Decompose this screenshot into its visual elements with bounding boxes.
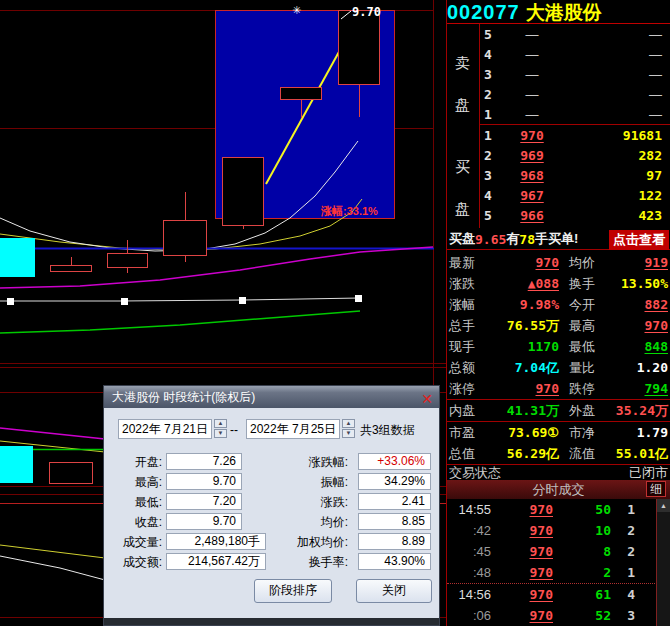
stat-value: 1170 <box>485 339 559 354</box>
tick-row[interactable]: 14:55970501 <box>447 499 657 520</box>
buy-price: 968 <box>500 168 564 183</box>
sell-gutter-label: 卖 <box>455 54 470 73</box>
buy-volume: 97 <box>564 168 670 183</box>
trading-status-label: 交易状态 <box>447 464 501 482</box>
buy-level-row[interactable]: 4967122 <box>480 185 670 205</box>
stat-label: 量比 <box>567 359 605 377</box>
buy-level-row[interactable]: 5966423 <box>480 205 670 225</box>
level-number: 5 <box>480 208 500 223</box>
dialog-title-bar[interactable]: 大港股份 时段统计(除权后) ✕ <box>104 386 439 408</box>
sell-level-row[interactable]: 3—— <box>480 64 670 84</box>
stat-row: 现手1170最低848 <box>447 336 670 357</box>
trading-status-value: 已闭市 <box>501 464 670 482</box>
tick-row[interactable]: :06970523 <box>447 605 657 626</box>
tick-time: :42 <box>447 523 491 538</box>
stat-label: 最新 <box>447 254 485 272</box>
stage-sort-button[interactable]: 阶段排序 <box>254 579 332 603</box>
dialog-field-label: 成交量: <box>106 534 162 551</box>
stock-name: 大港股份 <box>526 2 602 23</box>
stat-value: 848 <box>605 339 670 354</box>
stat-label: 均价 <box>567 254 605 272</box>
dialog-field-label: 涨跌: <box>274 494 348 511</box>
buy-levels: 197091681296928239689749671225966423 <box>480 125 670 225</box>
dialog-field-value: 9.70 <box>166 513 242 530</box>
tick-price: 970 <box>491 565 553 580</box>
group-count-label: 共3组数据 <box>360 422 415 439</box>
tick-row[interactable]: :4897021 <box>447 562 657 583</box>
sell-price: — <box>500 27 564 42</box>
spinner-down-button[interactable]: ▼ <box>342 429 355 438</box>
stat-label: 今开 <box>567 296 605 314</box>
period-statistics-dialog: 大港股份 时段统计(除权后) ✕ 2022年 7月21日 ▲ ▼ -- 2022… <box>103 385 440 626</box>
stat-row: 最新970均价919 <box>447 252 670 273</box>
stat-value: 76.55万 <box>485 317 559 335</box>
tick-row[interactable]: 14:56970614 <box>447 583 657 605</box>
sell-volume: — <box>564 87 670 102</box>
close-icon[interactable]: ✕ <box>421 388 433 410</box>
tick-list-title: 分时成交 <box>447 480 670 499</box>
tick-scrollbar[interactable]: ▲ <box>656 499 670 626</box>
order-book: 卖 盘 买 盘 5——4——3——2——1—— 1970916812969282… <box>447 24 670 228</box>
dialog-field-value: 34.29% <box>358 473 431 490</box>
buy-price: 967 <box>500 188 564 203</box>
close-button[interactable]: 关闭 <box>356 579 432 603</box>
tick-time: :06 <box>447 608 491 623</box>
tick-volume: 10 <box>553 523 611 538</box>
stat-row: 总值56.29亿流值55.01亿 <box>447 443 670 464</box>
spinner-up-button[interactable]: ▲ <box>214 419 227 428</box>
sell-price: — <box>500 107 564 122</box>
tick-row[interactable]: :42970102 <box>447 520 657 541</box>
high-price-label: 9.70 <box>352 5 381 19</box>
stat-value: 7.04亿 <box>485 359 559 377</box>
spinner-up-button[interactable]: ▲ <box>342 419 355 428</box>
buy-level-row[interactable]: 197091681 <box>480 125 670 145</box>
tick-count: 3 <box>611 608 657 623</box>
sell-volume: — <box>564 47 670 62</box>
tick-row[interactable]: :4597082 <box>447 541 657 562</box>
tick-count: 2 <box>611 523 657 538</box>
level-number: 3 <box>480 168 500 183</box>
stat-label: 市净 <box>567 424 605 442</box>
sell-price: — <box>500 67 564 82</box>
tick-time: :48 <box>447 565 491 580</box>
sell-level-row[interactable]: 1—— <box>480 104 670 124</box>
date-from-field[interactable]: 2022年 7月21日 <box>118 419 212 439</box>
date-to-field[interactable]: 2022年 7月25日 <box>246 419 340 439</box>
stat-value: 970 <box>605 318 670 333</box>
tick-volume: 52 <box>553 608 611 623</box>
stat-label: 现手 <box>447 338 485 356</box>
dialog-field-value: 7.26 <box>166 453 242 470</box>
level-number: 2 <box>480 148 500 163</box>
sell-level-row[interactable]: 2—— <box>480 84 670 104</box>
tick-detail-button[interactable]: 细 <box>646 481 666 497</box>
stat-label: 最低 <box>567 338 605 356</box>
buy-price: 966 <box>500 208 564 223</box>
dialog-field-value: 8.85 <box>358 513 431 530</box>
buy-price: 970 <box>500 128 564 143</box>
stat-row: 涨跌▲088换手13.50% <box>447 273 670 294</box>
sell-level-row[interactable]: 4—— <box>480 44 670 64</box>
sell-level-row[interactable]: 5—— <box>480 24 670 44</box>
level-number: 3 <box>480 67 500 82</box>
alert-view-button[interactable]: 点击查看 <box>609 230 669 250</box>
dialog-field-value: 214,567.42万 <box>166 553 266 570</box>
level-number: 1 <box>480 107 500 122</box>
buy-level-row[interactable]: 396897 <box>480 165 670 185</box>
spinner-down-button[interactable]: ▼ <box>214 429 227 438</box>
stat-value: 41.31万 <box>485 402 559 420</box>
buy-level-row[interactable]: 2969282 <box>480 145 670 165</box>
stat-value: 970 <box>485 381 559 396</box>
dialog-field-label: 均价: <box>274 514 348 531</box>
stock-header[interactable]: 002077大港股份 <box>447 0 670 24</box>
indicator-panel-2 <box>0 428 105 484</box>
scroll-up-icon[interactable]: ▲ <box>657 499 670 512</box>
stat-row: 总额7.04亿量比1.20 <box>447 357 670 378</box>
date-range-separator: -- <box>230 423 238 437</box>
dialog-field-value: +33.06% <box>358 453 431 470</box>
dialog-field-value: 9.70 <box>166 473 242 490</box>
stat-value: 56.29亿 <box>485 445 559 463</box>
tick-count: 4 <box>611 587 657 602</box>
dialog-field-label: 最低: <box>106 494 162 511</box>
alert-text: 买盘 <box>449 230 475 248</box>
stat-value: ▲088 <box>485 276 559 291</box>
